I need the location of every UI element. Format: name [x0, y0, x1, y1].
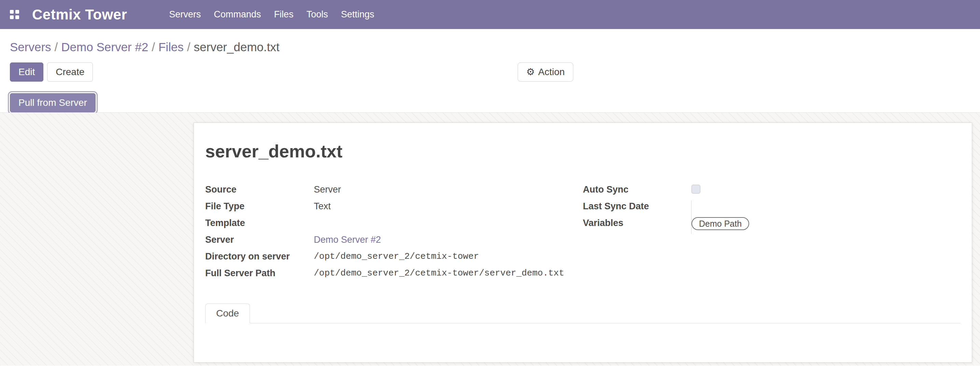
- control-panel: Servers/Demo Server #2/Files/server_demo…: [0, 29, 980, 113]
- breadcrumb-separator: /: [184, 40, 194, 54]
- field-label-source: Source: [205, 184, 314, 195]
- menu-files[interactable]: Files: [267, 0, 300, 29]
- field-value-server-link[interactable]: Demo Server #2: [314, 234, 583, 245]
- apps-grid-square: [10, 15, 14, 19]
- field-row-source: Source Server: [205, 184, 583, 201]
- field-row-full-server-path: Full Server Path /opt/demo_server_2/cetm…: [205, 267, 583, 284]
- field-label-variables: Variables: [583, 217, 692, 234]
- pull-from-server-button[interactable]: Pull from Server: [10, 93, 95, 112]
- field-row-template: Template: [205, 217, 583, 234]
- field-row-directory: Directory on server /opt/demo_server_2/c…: [205, 251, 583, 267]
- gear-icon: ⚙: [526, 67, 535, 77]
- menu-servers[interactable]: Servers: [162, 0, 207, 29]
- field-row-auto-sync: Auto Sync: [583, 184, 961, 201]
- breadcrumb: Servers/Demo Server #2/Files/server_demo…: [10, 39, 970, 55]
- field-label-last-sync-date: Last Sync Date: [583, 201, 692, 217]
- breadcrumb-files[interactable]: Files: [158, 40, 184, 54]
- form-statusbar: Pull from Server: [10, 93, 970, 112]
- tab-code-label: Code: [216, 308, 239, 318]
- field-label-full-server-path: Full Server Path: [205, 267, 314, 279]
- record-title: server_demo.txt: [205, 141, 961, 162]
- field-label-template: Template: [205, 217, 314, 229]
- auto-sync-checkbox[interactable]: [692, 185, 700, 194]
- app-brand[interactable]: Cetmix Tower: [32, 6, 127, 23]
- main-menu: Servers Commands Files Tools Settings: [162, 0, 381, 29]
- breadcrumb-current: server_demo.txt: [194, 40, 280, 54]
- field-value-source: Server: [314, 184, 583, 195]
- top-navbar: Cetmix Tower Servers Commands Files Tool…: [0, 0, 980, 29]
- create-button[interactable]: Create: [47, 62, 93, 81]
- code-tab-content: [205, 323, 961, 361]
- form-view-background: server_demo.txt Source Server File Type …: [0, 113, 980, 366]
- apps-grid-square: [10, 10, 14, 14]
- field-groups: Source Server File Type Text Template Se…: [205, 184, 961, 284]
- apps-grid-square: [15, 15, 19, 19]
- edit-button[interactable]: Edit: [10, 62, 43, 81]
- action-menu-button[interactable]: ⚙ Action: [518, 62, 573, 81]
- apps-grid-square: [15, 10, 19, 14]
- field-value-variables: Demo Path: [692, 217, 961, 230]
- breadcrumb-separator: /: [51, 40, 62, 54]
- menu-settings[interactable]: Settings: [334, 0, 381, 29]
- variable-tag-demo-path[interactable]: Demo Path: [692, 217, 749, 230]
- field-label-auto-sync: Auto Sync: [583, 184, 692, 195]
- field-group-left: Source Server File Type Text Template Se…: [205, 184, 583, 284]
- field-value-directory: /opt/demo_server_2/cetmix-tower: [314, 251, 583, 262]
- field-row-server: Server Demo Server #2: [205, 234, 583, 251]
- notebook-tabs: Code: [205, 304, 961, 323]
- field-label-directory: Directory on server: [205, 251, 314, 262]
- field-row-variables: Variables Demo Path: [583, 217, 961, 234]
- field-label-server: Server: [205, 234, 314, 245]
- apps-grid-icon[interactable]: [10, 10, 19, 19]
- menu-commands[interactable]: Commands: [207, 0, 267, 29]
- field-value-full-server-path: /opt/demo_server_2/cetmix-tower/server_d…: [314, 267, 583, 279]
- form-sheet: server_demo.txt Source Server File Type …: [194, 123, 972, 363]
- field-label-file-type: File Type: [205, 201, 314, 212]
- action-menu-label: Action: [538, 67, 565, 78]
- breadcrumb-servers[interactable]: Servers: [10, 40, 51, 54]
- breadcrumb-demo-server[interactable]: Demo Server #2: [61, 40, 148, 54]
- menu-tools[interactable]: Tools: [300, 0, 334, 29]
- control-panel-buttons: Edit Create: [10, 62, 970, 81]
- field-value-auto-sync: [692, 184, 961, 196]
- field-group-right: Auto Sync Last Sync Date Variables Demo …: [583, 184, 961, 284]
- field-value-file-type: Text: [314, 201, 583, 212]
- breadcrumb-separator: /: [148, 40, 158, 54]
- tab-code[interactable]: Code: [205, 304, 250, 323]
- field-row-file-type: File Type Text: [205, 201, 583, 217]
- field-row-last-sync-date: Last Sync Date: [583, 201, 961, 217]
